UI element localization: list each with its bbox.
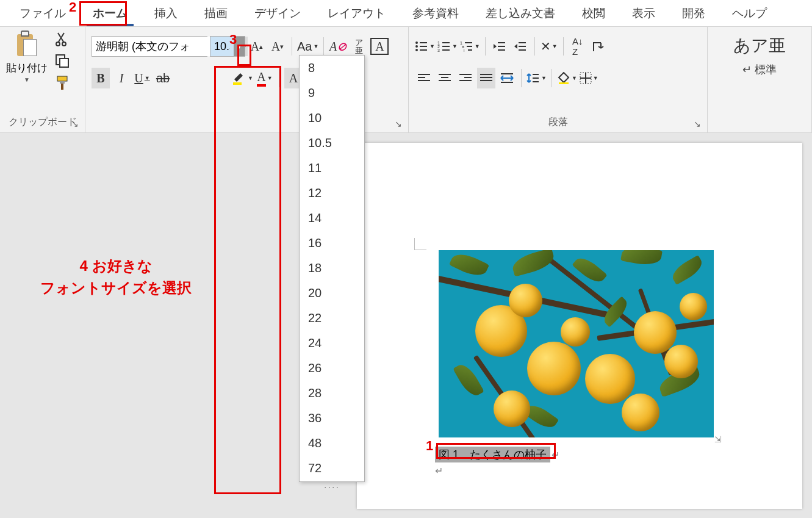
align-left-button[interactable] xyxy=(415,68,433,88)
menu-resize-grip[interactable]: ···· xyxy=(300,481,364,494)
clipboard-launcher[interactable]: ↘ xyxy=(71,119,81,129)
size-opt-22[interactable]: 22 xyxy=(300,306,364,331)
cut-button[interactable] xyxy=(54,31,71,48)
tab-draw[interactable]: 描画 xyxy=(191,0,241,27)
svg-rect-25 xyxy=(468,49,472,51)
svg-rect-41 xyxy=(480,74,492,75)
group-label-paragraph: 段落 xyxy=(415,116,701,131)
italic-button[interactable]: I xyxy=(112,68,131,88)
tab-design[interactable]: デザイン xyxy=(241,0,314,27)
size-opt-10[interactable]: 10 xyxy=(300,106,364,131)
size-opt-16[interactable]: 16 xyxy=(300,231,364,256)
svg-text:i: i xyxy=(464,48,465,52)
shrink-font-button[interactable]: A▾ xyxy=(268,36,287,57)
align-center-button[interactable] xyxy=(436,68,454,88)
grow-font-button[interactable]: A▴ xyxy=(248,36,266,57)
asian-layout-button[interactable]: ✕▼ xyxy=(540,36,558,57)
line-spacing-button[interactable]: ▼ xyxy=(526,68,547,88)
tab-insert[interactable]: 挿入 xyxy=(141,0,191,27)
svg-rect-38 xyxy=(459,74,472,75)
font-name-combo[interactable]: ▼ xyxy=(92,36,207,57)
tab-layout[interactable]: レイアウト xyxy=(314,0,399,27)
ribbon-tabs: ファイル ホーム 挿入 描画 デザイン レイアウト 参考資料 差し込み文書 校閲… xyxy=(0,0,812,27)
size-opt-26[interactable]: 26 xyxy=(300,356,364,381)
increase-indent-button[interactable] xyxy=(511,36,530,57)
svg-rect-44 xyxy=(501,73,513,74)
paragraph-launcher[interactable]: ↘ xyxy=(694,119,703,129)
svg-rect-27 xyxy=(498,46,505,47)
clear-format-button[interactable]: A⊘ xyxy=(329,36,347,57)
size-opt-24[interactable]: 24 xyxy=(300,331,364,356)
document-page[interactable]: ⇲ 図 1 たくさんの柚子 ↵ ↵ xyxy=(357,143,802,509)
tab-file[interactable]: ファイル xyxy=(6,0,79,27)
tab-help[interactable]: ヘルプ xyxy=(719,0,780,27)
svg-rect-11 xyxy=(420,46,427,47)
svg-rect-39 xyxy=(464,77,472,78)
size-opt-20[interactable]: 20 xyxy=(300,281,364,306)
distribute-button[interactable] xyxy=(498,68,516,88)
bullets-button[interactable]: ▼ xyxy=(415,36,435,57)
show-marks-button[interactable] xyxy=(589,36,608,57)
paste-button[interactable]: 貼り付け ▼ xyxy=(6,31,48,92)
size-opt-10-5[interactable]: 10.5 xyxy=(300,131,364,156)
tab-review[interactable]: 校閲 xyxy=(569,0,619,27)
size-opt-12[interactable]: 12 xyxy=(300,181,364,206)
svg-point-0 xyxy=(56,42,60,46)
multilevel-button[interactable]: 1ai▼ xyxy=(460,36,480,57)
change-case-button[interactable]: Aa▼ xyxy=(297,36,318,57)
svg-rect-23 xyxy=(467,46,472,47)
font-launcher[interactable]: ↘ xyxy=(395,119,404,129)
svg-rect-21 xyxy=(465,42,472,43)
tab-view[interactable]: 表示 xyxy=(619,0,669,27)
style-normal[interactable]: ↵ 標準 xyxy=(714,62,805,77)
svg-rect-19 xyxy=(442,49,450,51)
resize-handle-icon[interactable]: ⇲ xyxy=(714,434,723,443)
underline-button[interactable]: U▼ xyxy=(133,68,151,88)
tab-home[interactable]: ホーム xyxy=(79,0,141,27)
document-image[interactable] xyxy=(439,250,714,437)
tab-mailings[interactable]: 差し込み文書 xyxy=(472,0,569,27)
group-paragraph: ▼ 123▼ 1ai▼ ✕▼ A↓Z ▼ ▼ ▼ 段落 xyxy=(409,27,708,132)
font-color-button[interactable]: A▼ xyxy=(256,68,274,88)
phonetic-guide-button[interactable]: ア亜 xyxy=(350,36,368,57)
size-opt-18[interactable]: 18 xyxy=(300,256,364,281)
sort-button[interactable]: A↓Z xyxy=(569,36,587,57)
tab-developer[interactable]: 開発 xyxy=(669,0,719,27)
numbering-button[interactable]: 123▼ xyxy=(437,36,458,57)
style-sample: あア亜 xyxy=(714,34,805,57)
shading-button[interactable]: ▼ xyxy=(557,68,577,88)
svg-rect-6 xyxy=(61,84,63,90)
paste-icon xyxy=(15,31,39,60)
align-justify-button[interactable] xyxy=(477,68,495,88)
svg-point-1 xyxy=(62,42,66,46)
strikethrough-button[interactable]: ab xyxy=(154,68,172,88)
annotation-1-num: 1 xyxy=(426,438,433,454)
size-opt-72[interactable]: 72 xyxy=(300,456,364,481)
annotation-4-text: 4 お好きなフォントサイズを選択 xyxy=(24,255,207,299)
bold-button[interactable]: B xyxy=(92,68,110,88)
char-border-button[interactable]: A xyxy=(370,38,389,55)
size-opt-28[interactable]: 28 xyxy=(300,381,364,406)
borders-button[interactable]: ▼ xyxy=(580,68,598,88)
format-painter-button[interactable] xyxy=(54,74,71,92)
svg-rect-17 xyxy=(442,46,450,47)
size-opt-48[interactable]: 48 xyxy=(300,431,364,456)
size-opt-36[interactable]: 36 xyxy=(300,406,364,431)
margin-corner-icon xyxy=(414,238,426,250)
svg-rect-9 xyxy=(420,42,427,43)
size-opt-9[interactable]: 9 xyxy=(300,81,364,106)
image-caption[interactable]: 図 1 たくさんの柚子 xyxy=(435,447,550,462)
group-font: ▼ ▼ A▴ A▾ Aa▼ A⊘ ア亜 A B I U▼ ab ▼ xyxy=(85,27,409,132)
align-right-button[interactable] xyxy=(456,68,475,88)
svg-rect-36 xyxy=(441,77,448,78)
size-opt-11[interactable]: 11 xyxy=(300,156,364,181)
decrease-indent-button[interactable] xyxy=(490,36,509,57)
size-opt-14[interactable]: 14 xyxy=(300,206,364,231)
svg-rect-4 xyxy=(57,76,67,81)
copy-button[interactable] xyxy=(54,52,71,70)
font-size-combo[interactable]: ▼ xyxy=(210,36,245,57)
size-opt-8[interactable]: 8 xyxy=(300,56,364,81)
tab-references[interactable]: 参考資料 xyxy=(399,0,472,27)
svg-rect-49 xyxy=(559,82,569,84)
highlight-button[interactable]: ▼ xyxy=(232,68,253,88)
